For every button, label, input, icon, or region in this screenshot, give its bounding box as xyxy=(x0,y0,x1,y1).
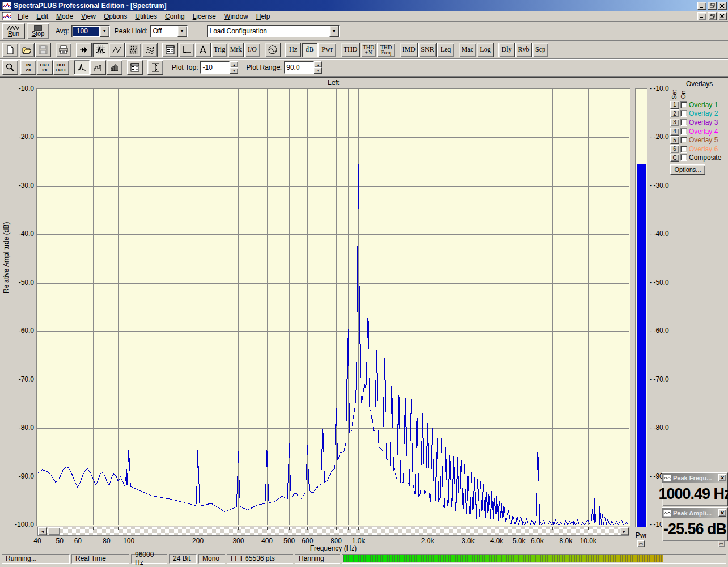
reverb-button[interactable]: Rvb xyxy=(515,43,532,57)
menu-mode[interactable]: Mode xyxy=(52,11,77,22)
new-file-button[interactable] xyxy=(2,43,18,57)
power-units-button[interactable]: Pwr xyxy=(318,43,336,57)
plot-range-input[interactable]: 90.0 xyxy=(284,61,314,74)
run-button[interactable]: Run xyxy=(2,23,25,39)
db-units-button[interactable]: dB xyxy=(302,43,318,57)
macro-button[interactable]: Mac xyxy=(459,43,476,57)
menu-license[interactable]: License xyxy=(189,11,220,22)
overlay-4-checkbox[interactable] xyxy=(680,128,687,135)
spectrogram-view-button[interactable] xyxy=(125,43,141,57)
chevron-down-icon[interactable]: ▼ xyxy=(177,26,187,37)
composite-set-button[interactable]: C xyxy=(670,154,679,162)
close-icon[interactable]: ✕ xyxy=(718,509,726,517)
marker-button[interactable]: Mrk xyxy=(228,43,244,57)
thd-freq-button[interactable]: THDFreq xyxy=(377,43,395,57)
open-file-button[interactable] xyxy=(19,43,35,57)
snr-button[interactable]: SNR xyxy=(418,43,437,57)
io-button[interactable]: I/O xyxy=(244,43,260,57)
trigger-button[interactable]: Trig xyxy=(211,43,227,57)
overlay-2-checkbox[interactable] xyxy=(680,110,687,117)
y-tick-label-right: - -80.0 xyxy=(650,424,676,431)
save-button[interactable] xyxy=(35,43,51,57)
document-icon[interactable] xyxy=(2,12,11,20)
zoom-in-2x-button[interactable]: IN2X xyxy=(20,60,36,75)
scope-button[interactable]: Scp xyxy=(532,43,548,57)
peak-frequency-titlebar[interactable]: Peak Frequ... ✕ xyxy=(662,473,727,483)
composite-checkbox[interactable] xyxy=(680,154,687,161)
menu-help[interactable]: Help xyxy=(252,11,274,22)
zoom-out-2x-button[interactable]: OUT2X xyxy=(37,60,53,75)
menu-file[interactable]: File xyxy=(14,11,32,22)
plot-top-input[interactable]: -10 xyxy=(200,61,230,74)
peak-hold-combobox[interactable]: Off ▼ xyxy=(150,25,188,37)
overlay-1-checkbox[interactable] xyxy=(680,101,687,108)
print-button[interactable] xyxy=(56,43,71,57)
surface-view-button[interactable] xyxy=(142,43,158,57)
spectrum-view-button[interactable] xyxy=(92,43,108,57)
bar-graph-button[interactable] xyxy=(107,60,122,75)
delay-button[interactable]: Dly xyxy=(498,43,515,57)
scroll-right-icon[interactable]: ► xyxy=(620,527,629,535)
spin-up-icon[interactable]: ▲ xyxy=(230,61,238,67)
octave-plot-button[interactable] xyxy=(90,60,106,75)
narrowband-plot-button[interactable] xyxy=(74,60,90,75)
overlay-3-set-button[interactable]: 3 xyxy=(670,119,679,126)
stop-button[interactable]: Stop xyxy=(27,23,49,39)
overlay-2-set-button[interactable]: 2 xyxy=(670,109,679,117)
thd-button[interactable]: THD xyxy=(341,43,360,57)
vertical-range-icon xyxy=(151,63,160,72)
imd-button[interactable]: IMD xyxy=(400,43,418,57)
chevron-down-icon[interactable]: ▼ xyxy=(100,26,109,37)
x-tick-mark xyxy=(552,527,553,530)
spin-up-icon[interactable]: ▲ xyxy=(314,61,322,67)
menu-options[interactable]: Options xyxy=(100,11,131,22)
vertical-scale-button[interactable] xyxy=(147,60,163,75)
close-button[interactable] xyxy=(718,2,727,10)
child-minimize-button[interactable] xyxy=(697,12,706,20)
menu-window[interactable]: Window xyxy=(220,11,252,22)
log-button[interactable]: Log xyxy=(477,43,494,57)
minimize-button[interactable] xyxy=(697,2,706,10)
overlay-1-set-button[interactable]: 1 xyxy=(670,101,679,109)
zoom-button[interactable] xyxy=(2,60,18,75)
signal-generator-button[interactable] xyxy=(265,43,281,57)
fast-forward-button[interactable] xyxy=(76,43,92,57)
display-options-button[interactable] xyxy=(127,60,143,75)
menu-config[interactable]: Config xyxy=(161,11,189,22)
restore-button[interactable] xyxy=(708,2,717,10)
plot-horizontal-scrollbar[interactable]: ◄ ► xyxy=(37,527,629,536)
child-close-button[interactable] xyxy=(718,12,727,20)
overlay-6-set-button[interactable]: 6 xyxy=(670,145,679,153)
scrollbar-thumb[interactable] xyxy=(48,527,60,535)
plot-top-spinner[interactable]: ▲▼ xyxy=(230,61,238,74)
child-restore-button[interactable] xyxy=(708,12,717,20)
overlays-options-button[interactable]: Options... xyxy=(670,164,705,175)
menu-edit[interactable]: Edit xyxy=(32,11,52,22)
leq-button[interactable]: Leq xyxy=(437,43,454,57)
time-series-icon xyxy=(112,45,121,54)
zoom-out-full-button[interactable]: OUTFULL xyxy=(53,60,69,75)
time-series-view-button[interactable] xyxy=(109,43,125,57)
overlay-6-checkbox[interactable] xyxy=(680,146,687,153)
overlay-3-checkbox[interactable] xyxy=(680,119,687,126)
x-tick-label: 10.0k xyxy=(575,537,600,545)
peak-amplitude-titlebar[interactable]: Peak Ampli... ✕ xyxy=(662,508,727,518)
calipers-button[interactable] xyxy=(195,43,211,57)
hz-units-button[interactable]: Hz xyxy=(285,43,301,57)
scale-button[interactable] xyxy=(179,43,194,57)
scroll-left-icon[interactable]: ◄ xyxy=(38,527,47,535)
spectrum-plot[interactable] xyxy=(36,88,630,526)
settings-dialog-button[interactable] xyxy=(162,43,178,57)
menu-view[interactable]: View xyxy=(77,11,100,22)
chevron-down-icon[interactable]: ▼ xyxy=(329,26,339,37)
thd-plus-n-button[interactable]: THD+N xyxy=(361,43,376,57)
spin-down-icon[interactable]: ▼ xyxy=(314,67,322,74)
overlay-5-checkbox[interactable] xyxy=(680,137,687,143)
menu-utilities[interactable]: Utilities xyxy=(131,11,161,22)
spin-down-icon[interactable]: ▼ xyxy=(230,67,238,74)
plot-range-spinner[interactable]: ▲▼ xyxy=(314,61,322,74)
load-configuration-combobox[interactable]: Load Configuration ▼ xyxy=(207,25,340,37)
avg-combobox[interactable]: 100 ▼ xyxy=(71,25,110,37)
power-bar-minimize-button[interactable]: ▭ xyxy=(637,540,645,547)
close-icon[interactable]: ✕ xyxy=(718,474,726,481)
